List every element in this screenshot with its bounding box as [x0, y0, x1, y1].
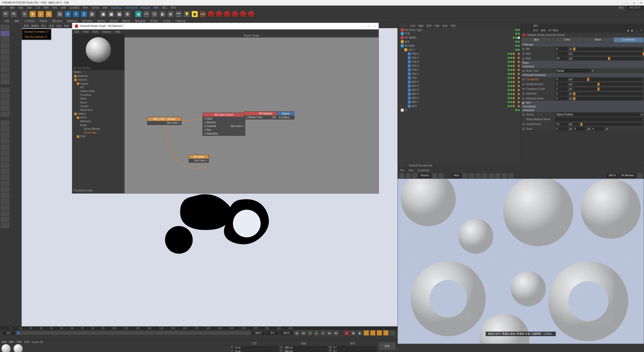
input-port[interactable]	[246, 117, 247, 118]
menu-edit[interactable]: 编辑	[10, 6, 15, 10]
vp-view[interactable]: 查看	[24, 24, 29, 28]
next-key-icon[interactable]: ▸▸	[327, 330, 332, 335]
object-row[interactable]: 球体	[398, 76, 521, 80]
menu-help[interactable]: 帮助	[171, 6, 176, 10]
timeline-ruler[interactable]: 0102030405060708090100110120130140150160…	[0, 326, 397, 330]
object-row[interactable]: 细分曲面	[398, 44, 521, 48]
close-button[interactable]: ✕	[640, 2, 642, 4]
tree-item[interactable]: Curvature	[72, 93, 125, 97]
xp-14[interactable]	[1, 199, 10, 204]
field-edit[interactable]: 编辑	[13, 19, 21, 23]
add-cube[interactable]: ◆	[135, 11, 141, 17]
autokey-button[interactable]: ◉	[351, 330, 356, 335]
make-editable[interactable]	[1, 25, 10, 30]
undo-button[interactable]: ↶	[3, 11, 9, 17]
mm-tex[interactable]: 纹理	[24, 340, 29, 344]
goto-end-icon[interactable]: ⏭	[334, 330, 339, 335]
field-cylinder[interactable]: 圆柱体域	[50, 19, 64, 23]
output-port[interactable]	[178, 122, 180, 124]
maximize-button[interactable]: ▭	[633, 2, 635, 4]
redo-button[interactable]: ↷	[11, 11, 17, 17]
add-generator[interactable]: ⬡	[151, 11, 157, 17]
rv-customize[interactable]: Customize	[418, 169, 430, 172]
xp-18[interactable]	[1, 223, 10, 228]
key-rot-icon[interactable]	[377, 330, 382, 335]
add-light[interactable]: 💡	[184, 11, 190, 17]
object-row[interactable]: 球体.3	[398, 64, 521, 68]
rv-settings-icon[interactable]	[637, 173, 642, 178]
menu-plugins[interactable]: 插件	[103, 6, 108, 10]
mm-edit[interactable]: 编辑	[9, 340, 14, 344]
pos-y[interactable]: 0 cm	[234, 349, 278, 352]
tree-item[interactable]: Textures	[72, 78, 125, 82]
section-remap[interactable]: ▼Remap	[521, 43, 644, 47]
menu-pipeline[interactable]: 流水线	[92, 6, 99, 10]
object-row[interactable]: 球体.1	[398, 72, 521, 76]
menu-redshift[interactable]: Redshift	[141, 7, 150, 9]
xp-10[interactable]	[1, 174, 10, 180]
texture-mode[interactable]	[1, 37, 10, 42]
recent-tool[interactable]: ⊡	[57, 11, 63, 17]
maximize-button[interactable]: ▭	[368, 25, 370, 27]
section-fractal[interactable]: ▼Fractal/Turbulence	[521, 73, 644, 77]
add-environment[interactable]: ⊚	[168, 11, 174, 17]
node-color-correct[interactable]: RS Color Correct Input Gamma ContrastOut…	[203, 113, 245, 136]
xp-16[interactable]	[1, 211, 10, 216]
om-edit[interactable]: 编辑	[418, 24, 423, 28]
material-slot[interactable]: RS Mate	[13, 344, 24, 352]
object-row[interactable]: 圆环.1	[398, 100, 521, 104]
keyframe-button[interactable]: ◆	[357, 330, 362, 335]
y-axis-lock[interactable]: Y	[73, 11, 79, 17]
om-view[interactable]: 查看	[426, 24, 431, 28]
sg-help[interactable]: Help	[115, 30, 120, 33]
am-userdata[interactable]: 用户数据	[548, 29, 558, 32]
rv-zoom[interactable]: 240 %	[607, 173, 618, 178]
section-time[interactable]: ▶ Time	[521, 101, 644, 105]
object-row[interactable]: 圆环.4	[398, 88, 521, 92]
render-view[interactable]: ▣	[100, 11, 106, 17]
prev-key-icon[interactable]: ◂◂	[301, 330, 306, 335]
menu-character[interactable]: 角色	[83, 6, 88, 10]
section-coords-gen[interactable]: ▼General	[521, 108, 644, 112]
rv-ab-icon[interactable]	[489, 173, 494, 178]
xp-6[interactable]	[1, 150, 10, 156]
apply-button[interactable]: 应用	[379, 342, 395, 350]
tree-item[interactable]: Bump Blender	[72, 127, 125, 131]
xp-5[interactable]	[1, 144, 10, 150]
object-row[interactable]: 圆环.3	[398, 92, 521, 96]
tree-item[interactable]: Utilities	[72, 112, 125, 116]
menu-file[interactable]: 文件	[1, 6, 6, 10]
close-button[interactable]: ✕	[374, 25, 376, 27]
tree-item[interactable]: Texture	[72, 104, 125, 108]
dropdown-arrow-icon[interactable]: ▾	[592, 69, 593, 72]
tree-item[interactable]: Attributes	[72, 119, 125, 123]
menu-tools[interactable]: 工具	[35, 6, 40, 10]
rv-stop-icon[interactable]	[412, 173, 417, 178]
key-pos-icon[interactable]	[364, 330, 369, 335]
search-clear-icon[interactable]: ✕	[74, 67, 76, 69]
xp-15[interactable]	[1, 205, 10, 210]
field-create[interactable]: 创建	[3, 19, 11, 23]
sg-view[interactable]: View	[83, 30, 89, 33]
node-rs-noise[interactable]: RS Noise Out Color	[189, 155, 209, 163]
vp-camera[interactable]: 摄像机	[31, 24, 39, 28]
mm-create[interactable]: 创建	[2, 340, 7, 344]
mm-func[interactable]: 功能	[17, 340, 22, 344]
keyframe-diamond-icon[interactable]	[522, 69, 525, 72]
mm-cycles[interactable]: Cycles 4D	[32, 341, 43, 343]
minimize-button[interactable]: —	[625, 2, 628, 4]
rv-snapshot-icon[interactable]	[439, 173, 444, 178]
am-edit[interactable]: 编辑	[541, 29, 546, 32]
vp-display[interactable]: 显示	[41, 24, 46, 28]
tree-item[interactable]: Noise	[72, 97, 125, 101]
render-output[interactable]: 原创公众号: 野鹿志 微信: 野鹿君 作者: 马鹿野郎 （2.01x）	[398, 179, 644, 344]
xp-2[interactable]	[1, 126, 10, 132]
tree-item[interactable]: Legacy	[72, 82, 125, 85]
tab-coords[interactable]: Coordinates	[613, 37, 644, 43]
rv-fit[interactable]: Fit Window	[619, 173, 636, 178]
om-object[interactable]: 对象	[434, 24, 439, 28]
x-axis-lock[interactable]: X	[65, 11, 71, 17]
rv-ipr-icon[interactable]	[406, 173, 411, 178]
noise-type-dropdown[interactable]: Fractal	[555, 69, 590, 73]
object-row[interactable]: 空白.1	[398, 48, 521, 52]
